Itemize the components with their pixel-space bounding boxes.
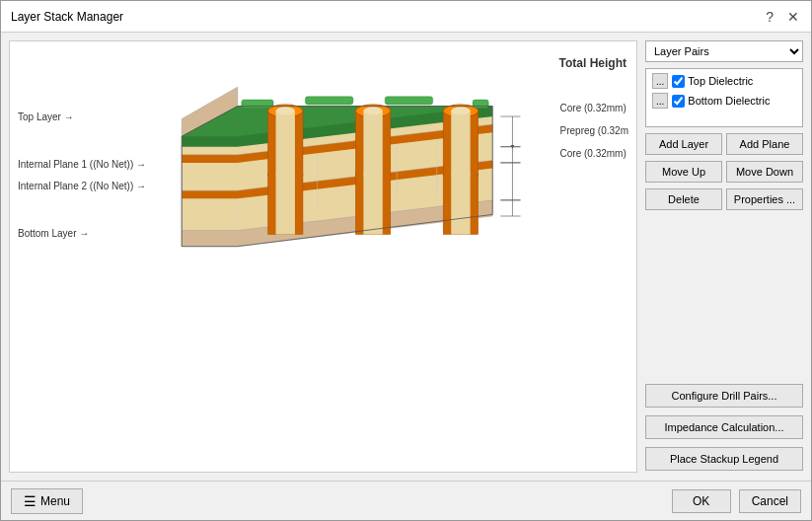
svg-rect-34 [363, 111, 382, 234]
layer-1-dots-button[interactable]: ... [652, 73, 668, 89]
dialog-title: Layer Stack Manager [11, 10, 123, 24]
layer-1-checkbox-label[interactable]: Top Dielectric [672, 75, 753, 88]
top-layer-label: Top Layer → [18, 109, 146, 126]
impedance-calculation-button[interactable]: Impedance Calculation... [645, 415, 803, 439]
layer-1-name: Top Dielectric [688, 75, 753, 87]
side-panel: Layer Pairs ... Top Dielectric ... Botto… [645, 40, 803, 473]
title-bar-left: Layer Stack Manager [11, 10, 123, 24]
add-buttons-row: Add Layer Add Plane [645, 133, 803, 155]
layer-2-checkbox[interactable] [672, 95, 685, 108]
footer: ☰ Menu OK Cancel [1, 481, 811, 520]
close-button[interactable]: ✕ [785, 9, 801, 25]
svg-rect-40 [451, 111, 470, 234]
add-layer-button[interactable]: Add Layer [645, 133, 722, 155]
svg-point-35 [363, 107, 382, 114]
footer-left: ☰ Menu [11, 488, 83, 514]
layer-list: ... Top Dielectric ... Bottom Dielectric [645, 68, 803, 127]
place-stackup-legend-button[interactable]: Place Stackup Legend [645, 447, 803, 471]
menu-button[interactable]: ☰ Menu [11, 488, 83, 514]
dropdown-row: Layer Pairs [645, 40, 803, 62]
ok-button[interactable]: OK [672, 489, 731, 513]
help-button[interactable]: ? [764, 9, 775, 25]
bottom-layer-label: Bottom Layer → [18, 225, 146, 243]
menu-label: Menu [40, 494, 70, 508]
svg-point-41 [451, 107, 470, 114]
delete-button[interactable]: Delete [645, 188, 722, 210]
title-bar: Layer Stack Manager ? ✕ [1, 1, 811, 33]
properties-button[interactable]: Properties ... [726, 188, 803, 210]
layer-labels: Top Layer → Internal Plane 1 ((No Net)) … [18, 109, 146, 243]
move-buttons-row: Move Up Move Down [645, 161, 803, 183]
svg-rect-44 [385, 97, 432, 105]
menu-icon: ☰ [24, 493, 37, 509]
footer-right: OK Cancel [672, 489, 801, 513]
svg-rect-43 [305, 97, 352, 105]
layer-2-checkbox-label[interactable]: Bottom Dielectric [672, 95, 770, 108]
layer-1-checkbox[interactable] [672, 75, 685, 88]
move-down-button[interactable]: Move Down [726, 161, 803, 183]
cancel-button[interactable]: Cancel [739, 489, 801, 513]
svg-point-29 [276, 107, 295, 114]
pcb-illustration [158, 61, 572, 288]
pcb-area: Total Height Top Layer → Internal Plane … [9, 40, 637, 473]
pcb-canvas: Total Height Top Layer → Internal Plane … [9, 40, 637, 473]
layer-list-item-2: ... Bottom Dielectric [648, 91, 800, 111]
internal-plane-1-label: Internal Plane 1 ((No Net)) → [18, 156, 146, 174]
delete-properties-row: Delete Properties ... [645, 188, 803, 210]
layer-list-item-1: ... Top Dielectric [648, 71, 800, 91]
move-up-button[interactable]: Move Up [645, 161, 722, 183]
layer-pairs-dropdown[interactable]: Layer Pairs [645, 40, 803, 62]
layer-2-dots-button[interactable]: ... [652, 93, 668, 109]
title-bar-controls: ? ✕ [764, 9, 801, 25]
add-plane-button[interactable]: Add Plane [726, 133, 803, 155]
layer-2-name: Bottom Dielectric [688, 95, 770, 107]
main-content: Total Height Top Layer → Internal Plane … [1, 33, 811, 481]
configure-drill-pairs-button[interactable]: Configure Drill Pairs... [645, 384, 803, 408]
layer-stack-manager-dialog: Layer Stack Manager ? ✕ Total Height Top… [0, 0, 812, 521]
internal-plane-2-label: Internal Plane 2 ((No Net)) → [18, 178, 146, 195]
svg-rect-28 [276, 111, 295, 234]
